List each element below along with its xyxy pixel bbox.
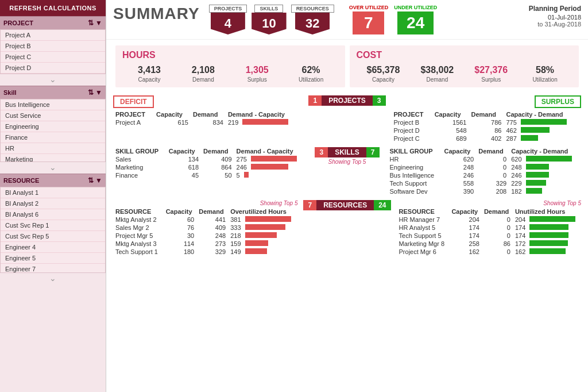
hours-capacity-value: 3,413 xyxy=(122,65,176,75)
cell-project: Project C xyxy=(392,134,432,143)
cell-demand: 864 xyxy=(201,163,234,171)
stat-badges: PROJECTS 4 SKILLS 10 RESOURCES 32 xyxy=(209,5,334,34)
hours-title: HOURS xyxy=(122,50,338,60)
planning-period-from: 01-Jul-2018 xyxy=(529,14,581,21)
list-item[interactable]: Project D xyxy=(1,63,105,74)
bar-red xyxy=(245,232,277,238)
list-item[interactable]: BI Analyst 2 xyxy=(1,198,105,209)
list-item[interactable]: Engineer 7 xyxy=(1,264,105,273)
main-content: SUMMARY PROJECTS 4 SKILLS 10 RESOURCES 3… xyxy=(106,0,588,392)
table-row: HR Analyst 5 174 0 174 xyxy=(397,224,581,232)
col-capacity: Capacity xyxy=(167,147,201,155)
table-row: Marketing 618 864 246 xyxy=(113,163,307,171)
cell-capacity: 30 xyxy=(164,232,197,240)
skills-deficit-box: SKILL GROUP Capacity Demand Demand - Cap… xyxy=(113,147,307,195)
cell-resource: Mktg Analyst 2 xyxy=(113,216,164,224)
cell-diff: 174 xyxy=(513,232,581,240)
cell-skill: Marketing xyxy=(113,163,167,171)
cell-demand: 0 xyxy=(482,248,513,256)
cell-capacity: 620 xyxy=(442,155,477,163)
refresh-button[interactable]: REFRESH CALCULATIONS xyxy=(0,0,106,16)
col-capacity: Capacity xyxy=(432,110,469,118)
bar-green xyxy=(526,164,549,170)
list-item[interactable]: Engineer 4 xyxy=(1,242,105,253)
skills-badge: SKILLS 10 xyxy=(252,5,286,34)
table-row: Project B 1561 786 775 xyxy=(392,118,581,126)
projects-surplus-count: 3 xyxy=(373,95,386,106)
bar-green xyxy=(529,232,568,238)
col-diff: Capacity - Demand xyxy=(504,110,581,118)
bar-red xyxy=(242,119,288,125)
cell-resource: Tech Support 5 xyxy=(397,232,450,240)
utilization-section: OVER UTILIZED 7 UNDER UTILIZED 24 xyxy=(349,5,438,34)
project-section-header: PROJECT ⇅ ▼ xyxy=(0,16,106,29)
table-row: HR 620 0 620 xyxy=(388,155,582,163)
list-item[interactable]: Engineering xyxy=(1,121,105,132)
table-row: HR Manager 7 204 0 204 xyxy=(397,216,581,224)
scroll-down-icon[interactable]: ⌄ xyxy=(0,162,106,172)
table-row: Sales 134 409 275 xyxy=(113,155,307,163)
cost-surplus-value: $27,376 xyxy=(464,65,518,75)
table-row: Project A 615 834 219 xyxy=(113,118,303,126)
list-item[interactable]: BI Analyst 6 xyxy=(1,209,105,220)
list-item[interactable]: HR xyxy=(1,143,105,154)
list-item[interactable]: Project A xyxy=(1,30,105,41)
cost-title: COST xyxy=(357,50,572,60)
cell-demand: 409 xyxy=(196,224,228,232)
hours-capacity: 3,413 Capacity xyxy=(122,65,176,83)
list-item[interactable]: Cust Service xyxy=(1,110,105,121)
cell-diff: 775 xyxy=(504,118,581,126)
bar-green xyxy=(521,119,567,125)
list-item[interactable]: Cust Svc Rep 5 xyxy=(1,231,105,242)
resources-deficit-table: RESOURCE Capacity Demand Overutilized Ho… xyxy=(113,207,297,256)
resource-sort-icon[interactable]: ⇅ xyxy=(88,176,94,185)
cell-demand: 50 xyxy=(201,171,234,179)
cell-diff: 246 xyxy=(509,171,581,179)
over-utilized-value: 7 xyxy=(353,11,384,34)
col-resource: RESOURCE xyxy=(113,207,164,216)
scroll-down-icon[interactable]: ⌄ xyxy=(0,74,106,84)
project-section: PROJECT ⇅ ▼ Project A Project B Project … xyxy=(0,16,106,84)
resource-filter-icon[interactable]: ▼ xyxy=(95,176,102,185)
list-item[interactable]: BI Analyst 1 xyxy=(1,187,105,198)
projects-surplus-header: SURPLUS xyxy=(392,95,581,108)
projects-deficit-surplus-row: DEFICIT PROJECT Capacity Demand Demand -… xyxy=(113,95,581,143)
resources-center-label: RESOURCES xyxy=(316,200,374,210)
skill-sort-icon[interactable]: ⇅ xyxy=(88,89,94,97)
cell-diff: 333 xyxy=(228,224,297,232)
projects-count-badge: 1 PROJECTS 3 xyxy=(308,95,385,106)
list-item[interactable]: Cust Svc Rep 1 xyxy=(1,220,105,231)
bar-red xyxy=(245,248,267,254)
table-row: Mktg Analyst 3 114 273 159 xyxy=(113,240,297,248)
sidebar: REFRESH CALCULATIONS PROJECT ⇅ ▼ Project… xyxy=(0,0,106,392)
hours-surplus-label: Surplus xyxy=(230,76,284,83)
table-row: Bus Intelligence 246 0 246 xyxy=(388,171,582,179)
table-row: Project C 689 402 287 xyxy=(392,134,581,143)
cell-capacity: 618 xyxy=(167,163,201,171)
project-filter-icon[interactable]: ▼ xyxy=(95,19,102,27)
cell-resource: HR Manager 7 xyxy=(397,216,450,224)
hours-surplus-value: 1,305 xyxy=(230,65,284,75)
hours-metrics: 3,413 Capacity 2,108 Demand 1,305 Surplu… xyxy=(122,65,338,83)
list-item[interactable]: Project C xyxy=(1,52,105,63)
project-sort-icon[interactable]: ⇅ xyxy=(88,19,94,27)
surplus-label: SURPLUS xyxy=(535,95,581,108)
skill-filter-icon[interactable]: ▼ xyxy=(95,89,102,97)
hours-capacity-label: Capacity xyxy=(122,76,176,83)
skills-label: SKILLS xyxy=(254,5,283,13)
cell-skill: Tech Support xyxy=(388,179,442,187)
cell-diff: 219 xyxy=(226,118,303,126)
list-item[interactable]: Finance xyxy=(1,132,105,143)
deficit-label: DEFICIT xyxy=(113,95,154,108)
list-item[interactable]: Marketing xyxy=(1,154,105,162)
cell-demand: 0 xyxy=(476,155,509,163)
projects-deficit-header: DEFICIT xyxy=(113,95,303,108)
table-row: Tech Support 558 329 229 xyxy=(388,179,582,187)
list-item[interactable]: Engineer 5 xyxy=(1,253,105,264)
bar-green xyxy=(526,188,542,194)
cell-capacity: 162 xyxy=(449,248,482,256)
table-row: Marketing Mgr 8 258 86 172 xyxy=(397,240,581,248)
scroll-down-icon[interactable]: ⌄ xyxy=(0,273,106,283)
list-item[interactable]: Project B xyxy=(1,41,105,52)
list-item[interactable]: Bus Intelligence xyxy=(1,99,105,110)
